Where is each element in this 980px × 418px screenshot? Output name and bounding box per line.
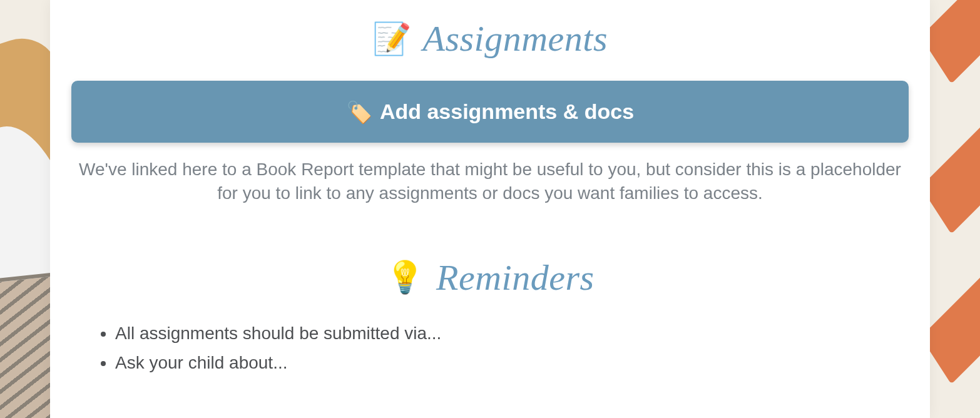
bookmark-tag-icon: 🏷️ xyxy=(346,101,372,123)
reminders-heading: 💡 Reminders xyxy=(71,257,909,298)
lightbulb-icon: 💡 xyxy=(385,262,425,293)
list-item: Ask your child about... xyxy=(115,349,909,376)
reminders-list: All assignments should be submitted via.… xyxy=(71,320,909,377)
reminders-heading-text: Reminders xyxy=(436,257,595,298)
assignments-heading-text: Assignments xyxy=(423,18,608,59)
add-assignments-button[interactable]: 🏷️ Add assignments & docs xyxy=(71,81,909,143)
assignments-description: We've linked here to a Book Report templ… xyxy=(71,158,909,205)
memo-icon: 📝 xyxy=(372,23,412,54)
assignments-heading: 📝 Assignments xyxy=(71,18,909,59)
add-assignments-button-label: Add assignments & docs xyxy=(380,99,634,124)
main-card: 📝 Assignments 🏷️ Add assignments & docs … xyxy=(50,0,930,418)
list-item: All assignments should be submitted via.… xyxy=(115,320,909,347)
